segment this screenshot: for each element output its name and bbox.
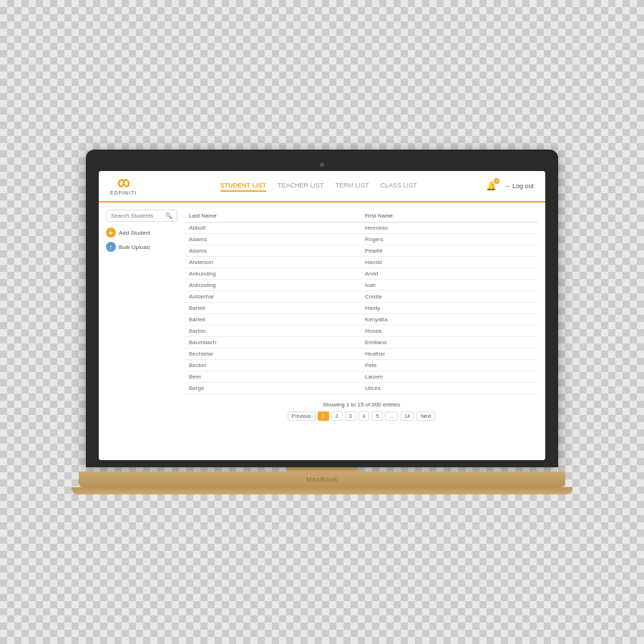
nav-class-list[interactable]: CLASS LIST xyxy=(381,180,417,192)
col-last-name: Last Name xyxy=(185,210,361,223)
laptop-wrapper: EDFINITI STUDENT LIST TEACHER LIST TERM … xyxy=(79,150,565,494)
cell-last-name: Berge xyxy=(185,383,361,394)
bulk-upload-icon: ↑ xyxy=(106,242,116,252)
cell-first-name: Lauren xyxy=(361,371,538,383)
cell-last-name: Barton xyxy=(185,326,361,337)
sidebar: 🔍 + Add Student ↑ Bulk Upload xyxy=(106,210,185,453)
search-icon: 🔍 xyxy=(165,213,172,219)
logo-icon xyxy=(114,177,134,190)
logout-label: Log out xyxy=(512,182,534,190)
laptop-base xyxy=(79,472,565,487)
cell-first-name: Hardy xyxy=(361,303,538,314)
add-student-label: Add Student xyxy=(119,230,150,236)
table-row[interactable]: BeerLauren xyxy=(185,371,538,383)
camera-dot xyxy=(320,162,324,167)
search-input[interactable] xyxy=(111,213,165,219)
cell-last-name: Becker xyxy=(185,360,361,371)
page-2-button[interactable]: 2 xyxy=(331,411,343,421)
nav-student-list[interactable]: STUDENT LIST xyxy=(220,180,267,192)
col-first-name: First Name xyxy=(361,210,538,223)
nav-teacher-list[interactable]: TEACHER LIST xyxy=(278,180,324,192)
cell-first-name: Heather xyxy=(361,348,538,360)
search-box[interactable]: 🔍 xyxy=(106,210,177,222)
table-row[interactable]: AbbottHerminio xyxy=(185,223,538,234)
table-row[interactable]: AdamsPearlie xyxy=(185,245,538,257)
cell-first-name: Emiliano xyxy=(361,337,538,348)
table-row[interactable]: BeckerPete xyxy=(185,360,538,371)
page-14-button[interactable]: 14 xyxy=(400,411,414,421)
page-4-button[interactable]: 4 xyxy=(358,411,370,421)
table-row[interactable]: BaumbachEmiliano xyxy=(185,337,538,348)
page-1-button[interactable]: 1 xyxy=(318,411,329,421)
pagination-area: Showing 1 to 15 of 200 entries Previous … xyxy=(185,394,538,425)
cell-last-name: Ankunding xyxy=(185,268,361,280)
cell-last-name: Baumbach xyxy=(185,337,361,348)
logout-icon: → xyxy=(504,182,510,190)
cell-last-name: Abbott xyxy=(185,223,361,234)
pagination-controls: Previous 1 2 3 4 5 ... 14 Next xyxy=(185,411,538,421)
logo-text: EDFINITI xyxy=(110,190,137,195)
logout-button[interactable]: → Log out xyxy=(504,182,534,190)
cell-first-name: Hosea xyxy=(361,326,538,337)
laptop-footer xyxy=(72,487,572,494)
next-button[interactable]: Next xyxy=(416,411,435,421)
cell-first-name: Arvid xyxy=(361,268,538,280)
table-row[interactable]: AufderharCordia xyxy=(185,291,538,303)
nav-term-list[interactable]: TERM LIST xyxy=(336,180,369,192)
table-row[interactable]: BergeUlices xyxy=(185,383,538,394)
table-row[interactable]: BartellHardy xyxy=(185,303,538,314)
cell-first-name: Harold xyxy=(361,257,538,268)
page-ellipsis: ... xyxy=(385,411,398,421)
cell-last-name: Anderson xyxy=(185,257,361,268)
cell-first-name: Rogers xyxy=(361,234,538,245)
main-content: 🔍 + Add Student ↑ Bulk Upload xyxy=(99,203,545,460)
cell-last-name: Aufderhar xyxy=(185,291,361,303)
table-row[interactable]: AnkundingIvah xyxy=(185,280,538,291)
add-student-icon: + xyxy=(106,228,116,238)
logo-area: EDFINITI xyxy=(110,177,137,195)
cell-last-name: Bartell xyxy=(185,303,361,314)
cell-last-name: Bartell xyxy=(185,314,361,326)
table-row[interactable]: AnkundingArvid xyxy=(185,268,538,280)
cell-last-name: Beer xyxy=(185,371,361,383)
nav-links: STUDENT LIST TEACHER LIST TERM LIST CLAS… xyxy=(151,180,486,192)
cell-first-name: Herminio xyxy=(361,223,538,234)
cell-first-name: Pearlie xyxy=(361,245,538,257)
nav-right: 🔔 0 → Log out xyxy=(486,181,534,191)
laptop-screen: EDFINITI STUDENT LIST TEACHER LIST TERM … xyxy=(86,150,558,467)
cell-first-name: Ivah xyxy=(361,280,538,291)
page-3-button[interactable]: 3 xyxy=(345,411,356,421)
cell-last-name: Adams xyxy=(185,245,361,257)
page-5-button[interactable]: 5 xyxy=(371,411,383,421)
table-row[interactable]: AdamsRogers xyxy=(185,234,538,245)
prev-button[interactable]: Previous xyxy=(288,411,316,421)
nav-bar: EDFINITI STUDENT LIST TEACHER LIST TERM … xyxy=(99,171,545,203)
cell-last-name: Adams xyxy=(185,234,361,245)
pagination-info: Showing 1 to 15 of 200 entries xyxy=(185,401,538,408)
table-row[interactable]: AndersonHarold xyxy=(185,257,538,268)
bell-icon[interactable]: 🔔 0 xyxy=(486,181,497,191)
bell-badge: 0 xyxy=(494,178,499,184)
bulk-upload-action[interactable]: ↑ Bulk Upload xyxy=(106,242,177,252)
screen-inner: EDFINITI STUDENT LIST TEACHER LIST TERM … xyxy=(99,171,545,460)
bulk-upload-label: Bulk Upload xyxy=(119,244,150,250)
table-row[interactable]: BechtelarHeather xyxy=(185,348,538,360)
cell-first-name: Kenyatta xyxy=(361,314,538,326)
cell-first-name: Ulices xyxy=(361,383,538,394)
cell-first-name: Pete xyxy=(361,360,538,371)
cell-last-name: Ankunding xyxy=(185,280,361,291)
table-row[interactable]: BartonHosea xyxy=(185,326,538,337)
cell-first-name: Cordia xyxy=(361,291,538,303)
students-table: Last Name First Name AbbottHerminioAdams… xyxy=(185,210,538,394)
table-row[interactable]: BartellKenyatta xyxy=(185,314,538,326)
table-area: Last Name First Name AbbottHerminioAdams… xyxy=(185,210,538,453)
cell-last-name: Bechtelar xyxy=(185,348,361,360)
add-student-action[interactable]: + Add Student xyxy=(106,228,177,238)
